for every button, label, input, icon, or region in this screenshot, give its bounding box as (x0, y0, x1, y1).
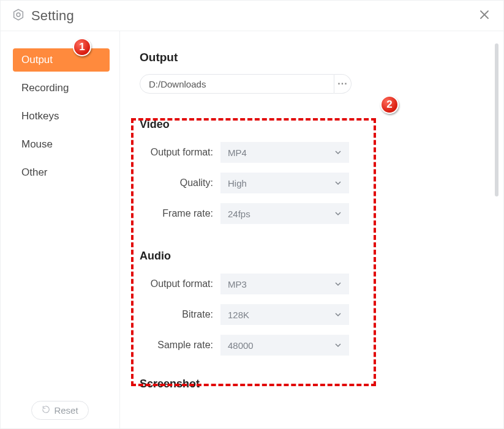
select-value: High (228, 178, 247, 188)
audio-samplerate-select[interactable]: 48000 (220, 335, 349, 356)
video-framerate-row: Frame rate: 24fps (140, 203, 481, 224)
chevron-down-icon (334, 340, 342, 351)
video-quality-row: Quality: High (140, 173, 481, 193)
title-left: Setting (12, 8, 74, 24)
sidebar-item-hotkeys[interactable]: Hotkeys (13, 105, 110, 128)
sidebar-item-label: Mouse (21, 138, 53, 151)
svg-point-1 (17, 13, 20, 17)
chevron-down-icon (334, 279, 342, 289)
select-value: 24fps (228, 209, 250, 219)
video-framerate-label: Frame rate: (140, 208, 220, 219)
content-pane: Output ··· Video Output format: MP4 (120, 31, 503, 428)
video-quality-label: Quality: (140, 177, 220, 188)
audio-samplerate-label: Sample rate: (140, 340, 220, 351)
chevron-down-icon (334, 310, 342, 320)
sidebar-item-other[interactable]: Other (13, 161, 110, 184)
sidebar-item-output[interactable]: Output (13, 48, 110, 72)
output-section: Output ··· (140, 51, 481, 94)
video-quality-select[interactable]: High (220, 173, 349, 193)
audio-samplerate-row: Sample rate: 48000 (140, 335, 481, 356)
audio-section: Audio Output format: MP3 Bitrate: 128K (140, 250, 481, 356)
settings-window: Setting Output Recording Hotkeys (0, 0, 504, 429)
reset-icon (42, 405, 50, 416)
sidebar-item-mouse[interactable]: Mouse (13, 133, 110, 156)
section-title-video: Video (140, 118, 481, 131)
callout-number: 1 (79, 41, 85, 53)
video-section: Video Output format: MP4 Quality: High (140, 118, 481, 224)
sidebar-item-label: Other (21, 166, 48, 179)
scrollbar[interactable] (495, 43, 498, 196)
audio-bitrate-select[interactable]: 128K (220, 304, 349, 325)
section-title-screenshot: Screenshot (140, 378, 481, 390)
chevron-down-icon (334, 178, 342, 188)
svg-marker-0 (14, 9, 23, 20)
settings-icon (12, 8, 25, 24)
close-button[interactable] (476, 7, 492, 25)
section-title-output: Output (140, 51, 481, 64)
video-format-select[interactable]: MP4 (220, 142, 349, 163)
select-value: 48000 (228, 340, 254, 351)
sidebar-item-label: Output (21, 54, 53, 66)
video-format-row: Output format: MP4 (140, 142, 481, 163)
sidebar-item-recording[interactable]: Recording (13, 76, 110, 100)
sidebar: Output Recording Hotkeys Mouse Other (1, 31, 120, 428)
audio-bitrate-row: Bitrate: 128K (140, 304, 481, 325)
reset-label: Reset (54, 405, 78, 416)
output-path-row: ··· (140, 74, 481, 94)
select-value: 128K (228, 310, 249, 320)
audio-bitrate-label: Bitrate: (140, 309, 220, 320)
audio-format-label: Output format: (140, 278, 220, 289)
select-value: MP4 (228, 147, 247, 158)
browse-path-button[interactable]: ··· (334, 74, 352, 94)
video-framerate-select[interactable]: 24fps (220, 203, 349, 224)
chevron-down-icon (334, 147, 342, 158)
output-path-input[interactable] (140, 74, 334, 94)
titlebar: Setting (1, 1, 503, 31)
reset-button[interactable]: Reset (31, 401, 88, 420)
section-title-audio: Audio (140, 250, 481, 263)
sidebar-item-label: Recording (21, 82, 69, 94)
annotation-callout-1: 1 (73, 38, 91, 56)
annotation-callout-2: 2 (380, 95, 399, 114)
sidebar-item-label: Hotkeys (21, 110, 59, 122)
video-format-label: Output format: (140, 147, 220, 158)
window-title: Setting (31, 8, 74, 24)
select-value: MP3 (228, 279, 247, 289)
audio-format-select[interactable]: MP3 (220, 274, 349, 294)
chevron-down-icon (334, 209, 342, 219)
callout-number: 2 (386, 99, 392, 111)
audio-format-row: Output format: MP3 (140, 274, 481, 294)
ellipsis-icon: ··· (337, 78, 347, 89)
